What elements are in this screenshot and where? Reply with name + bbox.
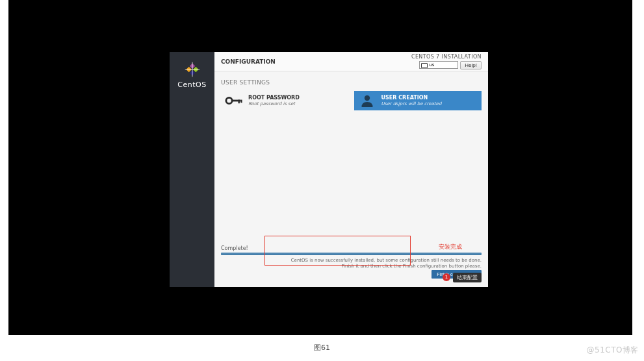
- help-button[interactable]: Help!: [460, 61, 482, 69]
- settings-row: ROOT PASSWORD Root password is set: [221, 91, 482, 110]
- main-panel: CONFIGURATION CENTOS 7 INSTALLATION us H…: [214, 52, 488, 287]
- sidebar: CentOS: [170, 52, 214, 287]
- centos-logo: CentOS: [177, 60, 206, 89]
- progress-area: Complete! 安装完成 CentOS is now successfull…: [214, 243, 488, 287]
- topbar: CONFIGURATION CENTOS 7 INSTALLATION us H…: [214, 52, 488, 71]
- user-creation-subtitle: User dsjprs will be created: [381, 101, 442, 106]
- svg-rect-8: [238, 100, 240, 104]
- keyboard-layout-selector[interactable]: us: [419, 61, 458, 69]
- finish-row: Finish configuration 1 结束配置: [221, 271, 482, 283]
- progress-status: Complete!: [221, 245, 248, 251]
- page-title: CONFIGURATION: [221, 58, 276, 65]
- root-password-title: ROOT PASSWORD: [248, 95, 300, 101]
- svg-rect-9: [240, 100, 242, 103]
- user-creation-card[interactable]: USER CREATION User dsjprs will be create…: [354, 91, 482, 110]
- root-password-card[interactable]: ROOT PASSWORD Root password is set: [221, 91, 349, 110]
- centos-logo-icon: [183, 60, 202, 79]
- key-icon: [225, 93, 243, 108]
- installer-window: CentOS CONFIGURATION CENTOS 7 INSTALLATI…: [170, 52, 488, 287]
- progress-bar: [221, 253, 482, 255]
- footer-msg-line1: CentOS is now successfully installed, bu…: [221, 258, 482, 263]
- annotation-step-badge: 1: [443, 273, 450, 281]
- figure-caption: 图61: [0, 343, 644, 353]
- annotation-finish-tip: 结束配置: [453, 273, 482, 282]
- user-creation-title: USER CREATION: [381, 95, 442, 101]
- user-icon: [358, 93, 376, 108]
- svg-point-10: [364, 95, 369, 101]
- watermark: @51CTO博客: [587, 345, 639, 356]
- root-password-subtitle: Root password is set: [248, 101, 300, 106]
- user-settings-heading: USER SETTINGS: [221, 79, 482, 86]
- vm-black-frame: CentOS CONFIGURATION CENTOS 7 INSTALLATI…: [8, 0, 632, 335]
- footer-msg-line2: Finish it and then click the Finish conf…: [221, 264, 482, 269]
- brand-text: CentOS: [177, 81, 206, 89]
- install-title: CENTOS 7 INSTALLATION: [411, 54, 482, 60]
- svg-point-6: [226, 97, 232, 103]
- annotation-install-complete: 安装完成: [439, 243, 462, 251]
